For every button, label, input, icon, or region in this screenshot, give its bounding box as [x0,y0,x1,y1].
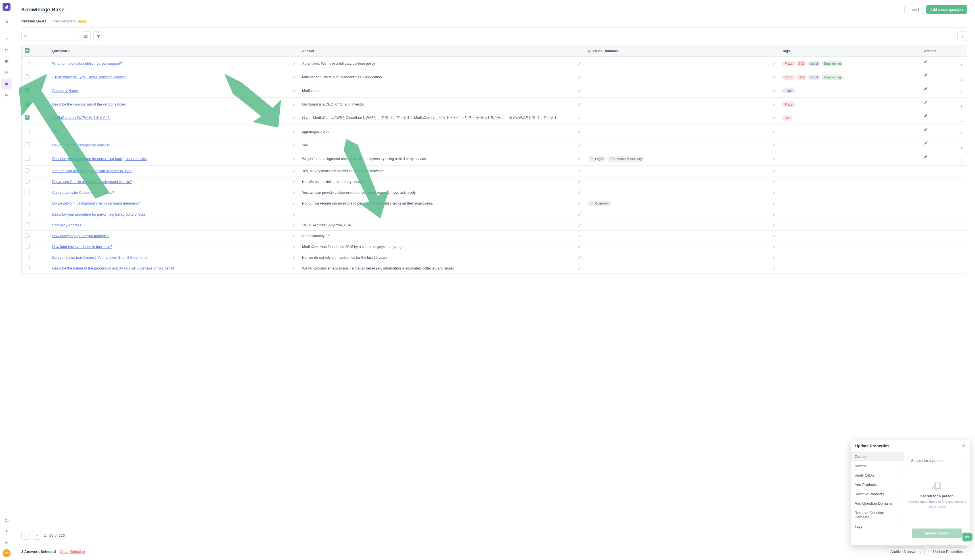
question-link[interactable]: Describe the nature of the processing ac… [52,267,174,270]
edit-question-icon[interactable] [292,180,296,183]
tag-pill[interactable]: Pizza [782,61,795,66]
edit-answer-icon[interactable] [578,102,582,106]
popover-menu-verify-q-as[interactable]: Verify Q&As› [851,471,904,480]
domain-pill[interactable]: Overview [588,200,612,206]
tag-pill[interactable]: SIG [782,115,793,120]
nav-analytics-icon[interactable] [2,33,12,44]
edit-row-icon[interactable] [924,141,963,145]
row-checkbox[interactable] [25,222,30,227]
edit-row-icon[interactable] [924,87,963,90]
domain-pill[interactable]: Personnel Security [607,156,645,162]
popover-menu-access[interactable]: Access› [851,461,904,471]
edit-question-icon[interactable] [292,191,296,194]
edit-domain-icon[interactable] [772,234,776,238]
edit-domain-icon[interactable] [772,256,776,259]
popover-menu-add-question-domains[interactable]: Add Question Domains› [851,499,904,508]
import-button[interactable]: Import [904,5,923,14]
row-menu-icon[interactable]: ⋯ [960,105,964,108]
edit-domain-icon[interactable] [772,245,776,248]
edit-answer-icon[interactable] [578,116,582,120]
edit-question-icon[interactable] [292,223,296,227]
close-icon[interactable]: ✕ [962,443,965,448]
tag-pill[interactable]: Legal [808,61,821,66]
edit-question-icon[interactable] [292,75,296,79]
edit-question-icon[interactable] [292,169,296,173]
add-question-button[interactable]: Add a new question [926,5,967,14]
row-checkbox[interactable] [25,201,30,205]
edit-answer-icon[interactable] [578,75,582,79]
popover-menu-add-products[interactable]: Add Products› [851,480,904,489]
edit-question-icon[interactable] [292,116,296,120]
question-link[interactable]: Company Address [52,223,81,227]
col-question[interactable]: Question [52,49,67,53]
edit-question-icon[interactable] [292,143,296,147]
row-checkbox[interactable] [25,233,30,238]
edit-answer-icon[interactable] [578,234,582,238]
domain-pill[interactable]: Legal [588,156,606,162]
question-link[interactable]: How long have you been in business? [52,245,112,249]
edit-question-icon[interactable] [292,89,296,92]
question-link[interactable]: Do you rely on mainframes? Your answer S… [52,256,147,260]
edit-domain-icon[interactable] [772,116,776,120]
edit-question-icon[interactable] [292,202,296,205]
tag-pill[interactable]: Pizza [782,75,795,80]
avatar[interactable]: CJ [3,549,10,557]
edit-question-icon[interactable] [292,234,296,238]
search-input[interactable] [21,32,78,41]
archive-button[interactable]: Archive 3 answers [886,547,925,556]
clear-selection-link[interactable]: Clear Selection [60,550,85,554]
edit-question-icon[interactable] [292,62,296,65]
edit-domain-icon[interactable] [772,180,776,183]
edit-domain-icon[interactable] [772,169,776,173]
edit-answer-icon[interactable] [578,223,582,227]
row-menu-icon[interactable]: ⋯ [960,91,964,95]
row-checkbox[interactable] [25,212,30,216]
edit-answer-icon[interactable] [578,157,582,160]
edit-row-icon[interactable] [924,114,963,118]
row-checkbox[interactable] [25,265,30,270]
row-menu-icon[interactable]: ⋯ [960,159,964,163]
edit-answer-icon[interactable] [578,89,582,92]
edit-domain-icon[interactable] [772,157,776,160]
sort-icon[interactable]: ⇅ [68,50,70,53]
row-checkbox[interactable] [25,61,30,65]
edit-question-icon[interactable] [292,212,296,216]
row-menu-icon[interactable]: ⋯ [960,64,964,67]
row-menu-icon[interactable]: ⋯ [960,77,964,81]
edit-question-icon[interactable] [292,267,296,270]
edit-domain-icon[interactable] [772,62,776,65]
edit-domain-icon[interactable] [772,75,776,79]
edit-answer-icon[interactable] [578,62,582,65]
edit-domain-icon[interactable] [772,143,776,147]
tag-pill[interactable]: SIG [796,61,807,66]
tag-pill[interactable]: Legal [808,75,821,80]
tag-pill[interactable]: Engineering [822,61,843,66]
update-curator-button[interactable]: Update Curator [912,528,962,538]
tag-pill[interactable]: Engineering [822,75,843,80]
edit-answer-icon[interactable] [578,180,582,183]
edit-domain-icon[interactable] [772,223,776,227]
edit-domain-icon[interactable] [772,191,776,194]
edit-row-icon[interactable] [924,155,963,158]
update-properties-button[interactable]: Update Properties [929,547,967,556]
nav-settings-icon[interactable] [2,538,12,548]
edit-answer-icon[interactable] [578,202,582,205]
edit-answer-icon[interactable] [578,267,582,270]
question-link[interactable]: Describe your procedure for performing b… [52,212,145,217]
tag-pill[interactable]: SIG [796,75,807,80]
nav-palette-icon[interactable] [2,56,12,67]
edit-answer-icon[interactable] [578,143,582,147]
prev-page-button[interactable]: ← [21,531,30,540]
edit-domain-icon[interactable] [772,212,776,216]
next-page-button[interactable]: → [33,531,41,540]
columns-button[interactable] [81,32,90,41]
edit-question-icon[interactable] [292,256,296,259]
edit-answer-icon[interactable] [578,130,582,133]
edit-question-icon[interactable] [292,102,296,106]
edit-answer-icon[interactable] [578,245,582,248]
filter-button[interactable] [94,32,103,41]
row-menu-icon[interactable]: ⋯ [960,145,964,149]
nav-people-icon[interactable] [2,45,12,55]
edit-row-icon[interactable] [924,127,963,132]
row-checkbox[interactable] [25,244,30,248]
